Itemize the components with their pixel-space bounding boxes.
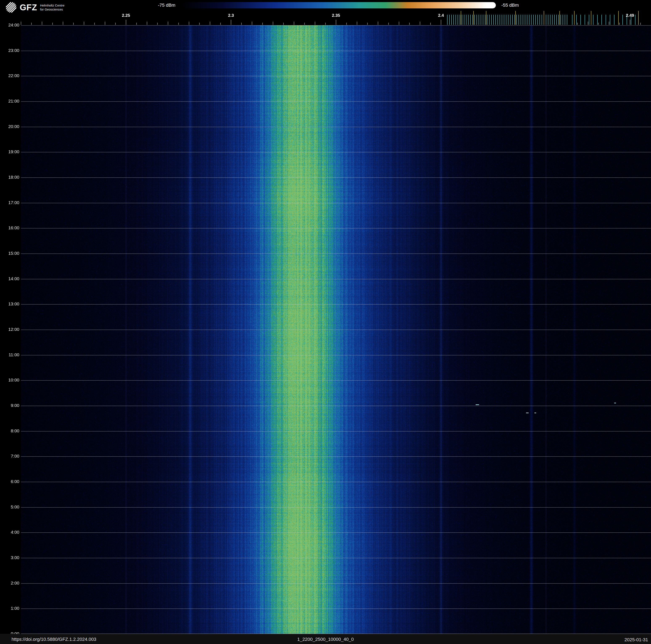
time-tick-label: 3:00 bbox=[0, 555, 19, 560]
time-tick-label: 7:00 bbox=[0, 453, 19, 459]
time-tick-label: 10:00 bbox=[0, 378, 19, 383]
time-tick-label: 2:00 bbox=[0, 581, 19, 586]
time-tick-label: 19:00 bbox=[0, 149, 19, 154]
freq-tick-label: 2.3 bbox=[220, 13, 242, 18]
time-tick-label: 9:00 bbox=[0, 403, 19, 408]
time-tick-label: 15:00 bbox=[0, 251, 19, 256]
time-tick-label: 13:00 bbox=[0, 301, 19, 306]
footer-date: 2025-01-31 bbox=[624, 637, 648, 643]
footer-bar: https://doi.org/10.5880/GFZ.1.2.2024.003… bbox=[0, 634, 651, 644]
spectrogram-app: GFZ Helmholtz Centre for Geosciences -75… bbox=[0, 0, 651, 644]
frequency-ticks-canvas bbox=[0, 0, 651, 25]
time-tick-label: 16:00 bbox=[0, 225, 19, 230]
time-tick-label: 11:00 bbox=[0, 352, 19, 357]
footer-dataset-id: 1_2200_2500_10000_40_0 bbox=[297, 637, 354, 642]
time-tick-label: 8:00 bbox=[0, 428, 19, 433]
time-tick-label: 6:00 bbox=[0, 479, 19, 484]
time-tick-label: 22:00 bbox=[0, 73, 19, 78]
time-tick-label: 14:00 bbox=[0, 276, 19, 281]
time-tick-label: 18:00 bbox=[0, 175, 19, 180]
time-tick-label: 1:00 bbox=[0, 606, 19, 611]
freq-tick-label: 2.4 bbox=[431, 13, 452, 18]
time-tick-label: 24:00 bbox=[0, 23, 19, 28]
time-tick-label: 12:00 bbox=[0, 327, 19, 332]
time-tick-label: 17:00 bbox=[0, 200, 19, 205]
spectrogram-canvas bbox=[21, 25, 651, 634]
freq-tick-label: 2.49 bbox=[620, 13, 641, 18]
footer-doi: https://doi.org/10.5880/GFZ.1.2.2024.003 bbox=[11, 637, 96, 642]
freq-tick-label: 2.35 bbox=[326, 13, 346, 18]
freq-tick-label: 2.25 bbox=[116, 13, 136, 18]
time-tick-label: 5:00 bbox=[0, 504, 19, 509]
time-tick-label: 4:00 bbox=[0, 530, 19, 535]
time-tick-label: 21:00 bbox=[0, 98, 19, 104]
time-tick-label: 20:00 bbox=[0, 124, 19, 129]
time-tick-label: 23:00 bbox=[0, 48, 19, 53]
